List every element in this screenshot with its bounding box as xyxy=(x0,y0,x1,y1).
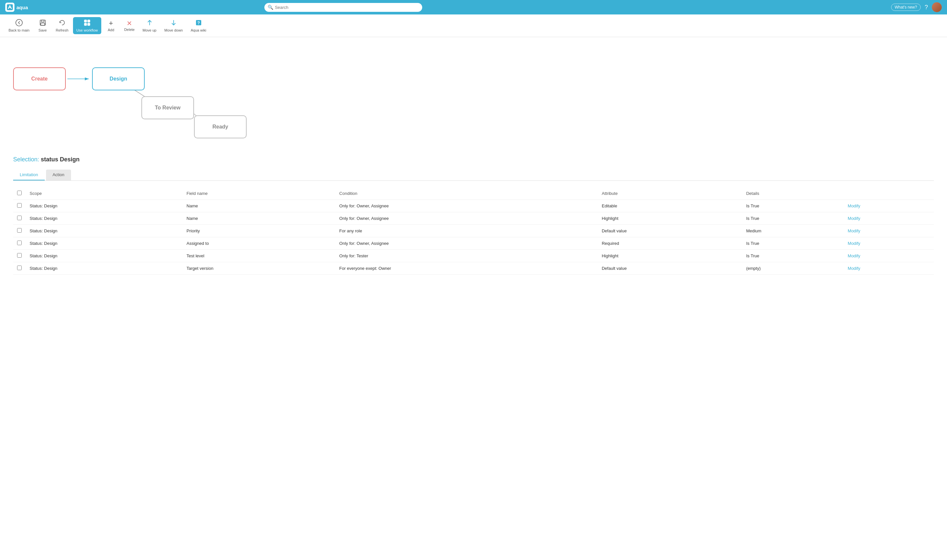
refresh-button[interactable]: Refresh xyxy=(52,17,72,34)
cell-scope: Status: Design xyxy=(26,200,183,212)
move-down-button[interactable]: Move down xyxy=(161,17,186,34)
flow-node-design[interactable]: Design xyxy=(92,68,145,90)
create-label: Create xyxy=(31,76,48,82)
flow-node-ready[interactable]: Ready xyxy=(194,115,246,138)
row-checkbox-cell xyxy=(13,262,26,275)
selection-section: Selection: status Design Limitation Acti… xyxy=(0,149,947,281)
table-row: Status: Design Name Only for: Owner, Ass… xyxy=(13,212,934,225)
row-checkbox-2[interactable] xyxy=(17,228,22,233)
add-label: Add xyxy=(108,28,114,32)
design-label: Design xyxy=(109,76,127,82)
flow-node-to-review[interactable]: To Review xyxy=(142,96,194,119)
modify-link-3[interactable]: Modify xyxy=(848,241,860,246)
row-checkbox-cell xyxy=(13,250,26,262)
cell-details: Is True xyxy=(742,237,844,250)
svg-rect-7 xyxy=(84,23,87,26)
cell-field-name: Test level xyxy=(183,250,336,262)
cell-modify: Modify xyxy=(844,237,934,250)
refresh-icon xyxy=(59,19,66,27)
cell-modify: Modify xyxy=(844,200,934,212)
move-up-label: Move up xyxy=(143,28,157,32)
cell-scope: Status: Design xyxy=(26,262,183,275)
tab-limitation[interactable]: Limitation xyxy=(13,169,45,180)
data-table: Scope Field name Condition Attribute Det… xyxy=(13,187,934,275)
avatar[interactable] xyxy=(932,2,942,12)
add-icon: + xyxy=(109,20,113,27)
save-button[interactable]: Save xyxy=(34,17,51,34)
back-label: Back to main xyxy=(9,28,29,32)
cell-condition: For everyone exept: Owner xyxy=(336,262,598,275)
move-up-button[interactable]: Move up xyxy=(139,17,160,34)
cell-field-name: Name xyxy=(183,200,336,212)
move-up-icon xyxy=(146,19,153,27)
help-button[interactable]: ? xyxy=(925,4,928,11)
save-icon xyxy=(39,19,46,27)
table-row: Status: Design Priority For any role Def… xyxy=(13,225,934,237)
move-down-icon xyxy=(170,19,177,27)
modify-link-2[interactable]: Modify xyxy=(848,228,860,233)
row-checkbox-0[interactable] xyxy=(17,203,22,208)
cell-details: Medium xyxy=(742,225,844,237)
modify-link-0[interactable]: Modify xyxy=(848,203,860,208)
aqua-wiki-button[interactable]: ? Aqua wiki xyxy=(188,17,209,34)
toolbar: Back to main Save Refresh xyxy=(0,14,947,37)
delete-icon: ✕ xyxy=(126,20,132,27)
selection-label-part: Selection: xyxy=(13,156,39,163)
table-row: Status: Design Test level Only for: Test… xyxy=(13,250,934,262)
search-input[interactable] xyxy=(264,3,422,12)
cell-scope: Status: Design xyxy=(26,237,183,250)
whats-new-button[interactable]: What's new? xyxy=(891,4,921,11)
svg-rect-4 xyxy=(41,23,45,25)
svg-rect-8 xyxy=(88,23,90,26)
selection-value-part: status Design xyxy=(41,156,80,163)
delete-button[interactable]: ✕ Delete xyxy=(121,18,138,34)
logo-text: aqua xyxy=(17,5,28,10)
col-action xyxy=(844,187,934,200)
row-checkbox-1[interactable] xyxy=(17,215,22,220)
row-checkbox-5[interactable] xyxy=(17,266,22,270)
row-checkbox-cell xyxy=(13,237,26,250)
tab-action[interactable]: Action xyxy=(46,169,71,180)
modify-link-5[interactable]: Modify xyxy=(848,266,860,271)
search-area: 🔍 xyxy=(264,3,422,12)
col-attribute: Attribute xyxy=(598,187,742,200)
row-checkbox-4[interactable] xyxy=(17,253,22,258)
cell-scope: Status: Design xyxy=(26,225,183,237)
ready-label: Ready xyxy=(212,124,228,130)
flow-node-create[interactable]: Create xyxy=(13,68,66,90)
selection-tabs: Limitation Action xyxy=(13,169,934,181)
row-checkbox-3[interactable] xyxy=(17,240,22,245)
row-checkbox-cell xyxy=(13,212,26,225)
modify-link-1[interactable]: Modify xyxy=(848,216,860,221)
app-logo[interactable]: aqua xyxy=(5,3,28,12)
cell-attribute: Required xyxy=(598,237,742,250)
add-button[interactable]: + Add xyxy=(103,18,120,34)
cell-attribute: Editable xyxy=(598,200,742,212)
cell-attribute: Highlight xyxy=(598,212,742,225)
aqua-wiki-icon: ? xyxy=(195,19,202,27)
cell-condition: Only for: Owner, Assignee xyxy=(336,212,598,225)
move-down-label: Move down xyxy=(165,28,183,32)
select-all-checkbox[interactable] xyxy=(17,191,22,195)
svg-text:?: ? xyxy=(197,20,200,25)
top-nav: aqua 🔍 What's new? ? xyxy=(0,0,947,14)
modify-link-4[interactable]: Modify xyxy=(848,253,860,258)
cell-scope: Status: Design xyxy=(26,212,183,225)
aqua-wiki-label: Aqua wiki xyxy=(191,28,206,32)
cell-scope: Status: Design xyxy=(26,250,183,262)
cell-modify: Modify xyxy=(844,212,934,225)
cell-field-name: Priority xyxy=(183,225,336,237)
back-to-main-button[interactable]: Back to main xyxy=(5,17,33,34)
svg-rect-6 xyxy=(88,20,90,22)
cell-modify: Modify xyxy=(844,250,934,262)
use-workflow-button[interactable]: Use workflow xyxy=(73,17,101,34)
avatar-image xyxy=(932,2,942,12)
svg-rect-5 xyxy=(84,20,87,22)
cell-field-name: Assigned to xyxy=(183,237,336,250)
workflow-area: Create Design To Review Ready xyxy=(0,37,947,149)
table-row: Status: Design Target version For everyo… xyxy=(13,262,934,275)
save-label: Save xyxy=(38,28,47,32)
cell-condition: Only for: Tester xyxy=(336,250,598,262)
back-icon xyxy=(15,19,23,27)
col-scope: Scope xyxy=(26,187,183,200)
